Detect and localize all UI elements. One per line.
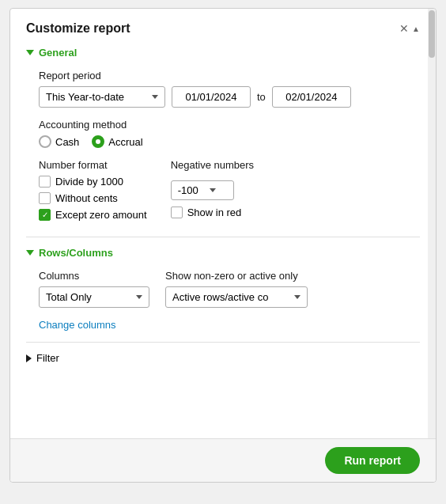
section-divider [26,237,420,237]
change-columns-link[interactable]: Change columns [39,319,116,331]
number-format-negative-row: Number format Divide by 1000 Without cen… [39,159,420,225]
filter-chevron-icon [26,354,32,362]
divide-by-1000-checkbox[interactable] [39,176,51,188]
cash-radio-circle[interactable] [39,135,51,148]
show-in-red-checkbox[interactable] [171,207,183,218]
columns-group: Columns Total Only [39,270,149,308]
without-cents-label: Without cents [55,192,118,204]
report-period-row: This Year-to-date to [39,86,420,108]
panel-title: Customize report [26,21,130,36]
period-dropdown-arrow [152,95,158,99]
show-in-red-label: Show in red [187,207,242,218]
columns-dropdown-arrow [136,295,142,299]
date-from-input[interactable] [172,86,251,108]
scrollbar-thumb[interactable] [429,10,435,58]
except-zero-row[interactable]: Except zero amount [39,209,147,221]
filter-label: Filter [36,352,59,364]
rows-columns-chevron-icon [26,250,34,256]
rows-columns-toggle[interactable]: Rows/Columns [26,247,420,259]
rows-columns-label: Rows/Columns [39,247,113,259]
panel-header: Customize report ✕ ▲ [26,21,420,36]
show-nonzero-dropdown-arrow [294,295,300,299]
run-report-button[interactable]: Run report [325,447,420,474]
divide-by-1000-row[interactable]: Divide by 1000 [39,176,147,188]
show-nonzero-label: Show non-zero or active only [165,270,308,282]
negative-numbers-dropdown[interactable]: -100 [171,180,234,200]
show-nonzero-option: Active rows/active co [172,291,268,303]
show-nonzero-group: Show non-zero or active only Active rows… [165,270,308,308]
filter-divider [26,342,420,343]
accrual-radio-item[interactable]: Accrual [92,135,142,148]
footer: Run report [10,438,436,482]
cash-radio-label: Cash [55,136,79,148]
report-period-label: Report period [39,70,420,81]
rows-columns-section: Rows/Columns Columns Total Only Show non… [26,247,420,331]
filter-section-toggle[interactable]: Filter [26,352,420,364]
accounting-method-group: Accounting method Cash Accrual [39,119,420,148]
period-dropdown[interactable]: This Year-to-date [39,86,165,108]
show-in-red-row[interactable]: Show in red [171,207,255,218]
divide-by-1000-label: Divide by 1000 [55,176,123,188]
number-format-label: Number format [39,159,147,171]
columns-dropdown[interactable]: Total Only [39,286,149,308]
negative-number-option: -100 [178,184,198,196]
scroll-up-icon: ▲ [412,25,420,33]
scrollbar[interactable] [428,9,436,482]
accounting-method-radio-row: Cash Accrual [39,135,420,148]
except-zero-label: Except zero amount [55,209,147,221]
negative-numbers-label: Negative numbers [171,159,255,171]
neg-dropdown-arrow [210,188,216,192]
negative-numbers-group: Negative numbers -100 Show in red [171,159,255,225]
show-nonzero-dropdown[interactable]: Active rows/active co [165,286,308,308]
accrual-radio-label: Accrual [108,136,142,148]
date-to-input[interactable] [272,86,351,108]
general-section-label: General [39,47,77,59]
without-cents-checkbox[interactable] [39,192,51,204]
columns-nonzero-row: Columns Total Only Show non-zero or acti… [39,270,420,308]
without-cents-row[interactable]: Without cents [39,192,147,204]
close-icon: ✕ [399,22,409,35]
accrual-radio-circle[interactable] [92,135,104,148]
customize-report-panel: Customize report ✕ ▲ General Report peri… [9,8,437,483]
cash-radio-item[interactable]: Cash [39,135,79,148]
chevron-down-icon [26,50,34,55]
columns-option: Total Only [46,291,92,303]
number-format-group: Number format Divide by 1000 Without cen… [39,159,147,225]
accounting-method-label: Accounting method [39,119,420,131]
report-period-group: Report period This Year-to-date to [39,70,420,108]
negative-numbers-dropdown-row: -100 [171,180,255,200]
to-label: to [257,91,266,103]
columns-label: Columns [39,270,149,282]
period-option-label: This Year-to-date [46,91,124,103]
except-zero-checkbox[interactable] [39,209,51,221]
close-button[interactable]: ✕ ▲ [399,22,420,35]
general-section-toggle[interactable]: General [26,47,420,59]
